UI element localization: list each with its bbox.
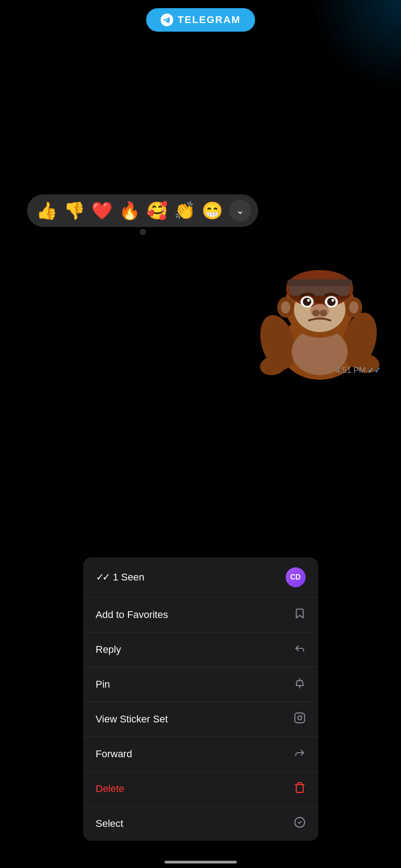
svg-point-19 xyxy=(320,310,327,316)
seen-checks-icon: ✓✓ xyxy=(96,571,109,583)
pin-item[interactable]: Pin xyxy=(83,667,318,702)
forward-label: Forward xyxy=(96,748,132,760)
reaction-thumbsup[interactable]: 👍 xyxy=(34,199,59,222)
forward-item[interactable]: Forward xyxy=(83,737,318,772)
trash-icon xyxy=(294,782,306,796)
select-label: Select xyxy=(96,818,123,830)
svg-point-21 xyxy=(281,301,290,313)
reaction-fire[interactable]: 🔥 xyxy=(117,199,142,222)
delete-label: Delete xyxy=(96,783,125,795)
chevron-down-icon: ⌄ xyxy=(236,205,244,217)
context-menu: ✓✓ 1 Seen CD Add to Favorites Reply Pin xyxy=(83,557,318,841)
svg-point-18 xyxy=(312,310,320,316)
bookmark-icon xyxy=(294,608,306,622)
add-to-favorites-item[interactable]: Add to Favorites xyxy=(83,598,318,632)
reply-label: Reply xyxy=(96,644,121,656)
select-item[interactable]: Select xyxy=(83,807,318,841)
svg-rect-10 xyxy=(287,279,353,286)
seen-count-label: 1 Seen xyxy=(113,571,145,583)
background-glow xyxy=(311,0,401,90)
view-sticker-set-label: View Sticker Set xyxy=(96,713,168,725)
reaction-expand-button[interactable]: ⌄ xyxy=(229,200,251,222)
svg-rect-28 xyxy=(295,713,305,723)
view-sticker-set-item[interactable]: View Sticker Set xyxy=(83,702,318,737)
reaction-clap[interactable]: 👏 xyxy=(172,199,197,222)
delete-item[interactable]: Delete xyxy=(83,772,318,807)
reaction-bar: 👍 👎 ❤️ 🔥 🥰 👏 😁 ⌄ xyxy=(27,194,258,227)
svg-point-12 xyxy=(303,297,311,306)
reaction-heart[interactable]: ❤️ xyxy=(90,199,114,222)
pin-icon xyxy=(294,677,306,692)
pin-label: Pin xyxy=(96,679,110,690)
forward-icon xyxy=(294,747,306,761)
sticker-message: 4:51 PM ✓✓ xyxy=(247,240,387,380)
svg-point-23 xyxy=(349,301,359,313)
telegram-icon xyxy=(160,14,173,26)
checkmark-circle-icon xyxy=(294,816,306,831)
reply-item[interactable]: Reply xyxy=(83,632,318,667)
svg-point-15 xyxy=(327,297,336,306)
read-receipt-icon: ✓✓ xyxy=(368,365,381,375)
reaction-kissingheart[interactable]: 🥰 xyxy=(145,199,170,222)
svg-point-13 xyxy=(307,299,310,302)
telegram-header: TELEGRAM xyxy=(146,8,255,32)
home-indicator xyxy=(165,861,237,863)
telegram-label: TELEGRAM xyxy=(178,14,241,26)
gorilla-sticker xyxy=(247,240,387,380)
reaction-grin[interactable]: 😁 xyxy=(200,199,225,222)
seen-row: ✓✓ 1 Seen CD xyxy=(83,557,318,598)
sticker-icon xyxy=(294,712,306,726)
seen-avatar[interactable]: CD xyxy=(286,567,306,587)
svg-point-16 xyxy=(331,299,334,302)
add-to-favorites-label: Add to Favorites xyxy=(96,609,168,621)
seen-info: ✓✓ 1 Seen xyxy=(96,571,145,583)
reply-icon xyxy=(294,642,306,657)
message-timestamp: 4:51 PM ✓✓ xyxy=(335,365,381,375)
reaction-thumbsdown[interactable]: 👎 xyxy=(62,199,87,222)
